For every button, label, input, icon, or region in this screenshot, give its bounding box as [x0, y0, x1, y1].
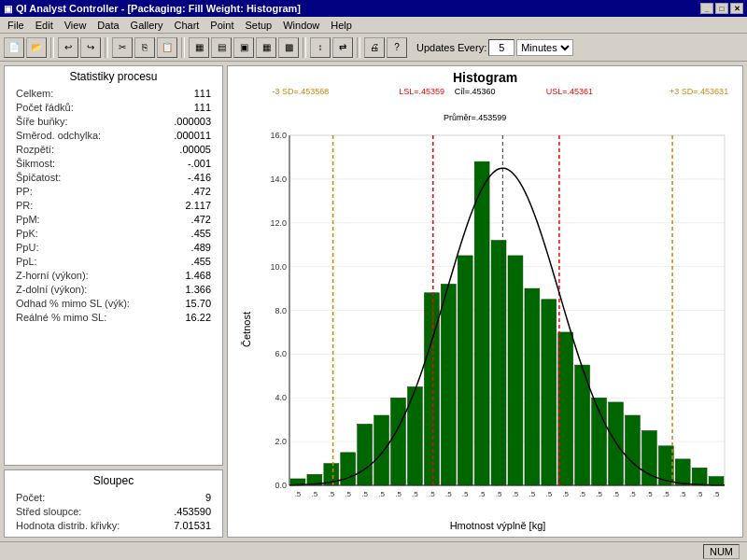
svg-text:16.0: 16.0: [270, 131, 287, 140]
svg-rect-31: [491, 241, 506, 486]
updates-label: Updates Every:: [416, 42, 486, 53]
toolbar-sep5: [357, 37, 360, 58]
toolbar-btn6[interactable]: ▤: [211, 37, 232, 58]
stats-row-label: PP:: [16, 185, 33, 199]
left-panel: Statistiky procesu Celkem:111Počet řádků…: [4, 65, 223, 538]
svg-text:.5: .5: [361, 490, 368, 498]
close-button[interactable]: ✕: [730, 3, 743, 14]
sloupec-title: Sloupec: [8, 474, 218, 487]
stats-row: Počet řádků:111: [8, 101, 218, 115]
svg-rect-38: [609, 402, 624, 485]
svg-text:10.0: 10.0: [270, 262, 287, 272]
menu-window[interactable]: Window: [277, 19, 325, 32]
svg-rect-42: [675, 459, 690, 485]
stats-row-label: Špičatost:: [16, 171, 61, 185]
svg-text:.5: .5: [663, 490, 669, 498]
toolbar-print[interactable]: 🖨: [364, 37, 385, 58]
menu-chart[interactable]: Chart: [168, 19, 204, 32]
menu-gallery[interactable]: Gallery: [125, 19, 169, 32]
stats-row-value: 2.117: [155, 199, 211, 213]
toolbar-btn11[interactable]: ⇄: [332, 37, 353, 58]
sloupec-box: Sloupec Počet:9Střed sloupce:.453590Hodn…: [4, 469, 223, 538]
toolbar-sep1: [50, 37, 54, 58]
menu-edit[interactable]: Edit: [30, 19, 59, 32]
maximize-button[interactable]: □: [715, 3, 728, 14]
stats-row: PR:2.117: [8, 199, 218, 213]
svg-text:8.0: 8.0: [275, 306, 287, 315]
toolbar-copy[interactable]: ⎘: [134, 37, 155, 58]
toolbar-btn5[interactable]: ▦: [189, 37, 209, 58]
svg-text:.5: .5: [596, 490, 602, 498]
menu-point[interactable]: Point: [204, 19, 239, 32]
status-bar: NUM: [0, 541, 747, 560]
stats-row-value: -.001: [155, 157, 211, 171]
cil-label: Cíl=.45360: [455, 87, 496, 96]
stats-row: Šíře buňky:.000003: [8, 115, 218, 129]
toolbar-new[interactable]: 📄: [4, 37, 24, 58]
stats-row-label: Počet řádků:: [16, 101, 74, 115]
stats-row: PpK:.455: [8, 227, 218, 241]
toolbar-btn10[interactable]: ↕: [310, 37, 331, 58]
stats-row: PP:.472: [8, 185, 218, 199]
menu-data[interactable]: Data: [92, 19, 124, 32]
histogram-svg: 0.02.04.06.08.010.012.014.016.0.5.5.5.5.…: [257, 126, 739, 518]
toolbar-sep4: [303, 37, 306, 58]
menu-file[interactable]: File: [2, 19, 30, 32]
pruměr-label: Průměr=.453599: [444, 113, 506, 122]
svg-rect-30: [474, 161, 489, 485]
svg-text:.5: .5: [545, 490, 552, 498]
menu-bar: File Edit View Data Gallery Chart Point …: [0, 17, 747, 34]
toolbar: 📄 📂 ↩ ↪ ✂ ⎘ 📋 ▦ ▤ ▣ ▦ ▩ ↕ ⇄ 🖨 ? Updates …: [0, 34, 747, 62]
usl-label: USL=.45361: [546, 87, 593, 96]
title-bar: ▣ QI Analyst Controller - [Packaging: Fi…: [0, 0, 747, 17]
svg-text:.5: .5: [378, 490, 385, 498]
updates-input[interactable]: [488, 39, 514, 56]
toolbar-open[interactable]: 📂: [26, 37, 47, 58]
svg-text:.5: .5: [513, 490, 519, 498]
svg-text:.5: .5: [412, 490, 418, 498]
x-axis-label: Hmotnost výplně [kg]: [257, 518, 739, 533]
stats-row-label: PpU:: [16, 241, 38, 255]
toolbar-help[interactable]: ?: [387, 37, 407, 58]
y-axis-label-container: Četnost: [236, 126, 257, 533]
main-content: Statistiky procesu Celkem:111Počet řádků…: [0, 62, 747, 541]
toolbar-paste[interactable]: 📋: [157, 37, 177, 58]
menu-help[interactable]: Help: [325, 19, 358, 32]
toolbar-cut[interactable]: ✂: [112, 37, 133, 58]
chart-container: Četnost 0.02.04.06.08.010.012.014.016.0.…: [236, 126, 739, 533]
stats-row-value: 1.468: [155, 269, 211, 283]
stats-row-value: .00005: [155, 143, 211, 157]
stats-row-value: 15.70: [155, 297, 211, 311]
toolbar-undo[interactable]: ↩: [58, 37, 78, 58]
toolbar-btn9[interactable]: ▩: [278, 37, 299, 58]
svg-text:2.0: 2.0: [275, 437, 287, 446]
minimize-button[interactable]: _: [700, 3, 713, 14]
toolbar-btn7[interactable]: ▣: [233, 37, 254, 58]
svg-rect-25: [391, 398, 406, 485]
sloupec-row: Počet:9: [8, 491, 218, 505]
menu-setup[interactable]: Setup: [239, 19, 277, 32]
stats-row-label: Reálné % mimo SL:: [16, 311, 106, 325]
toolbar-redo[interactable]: ↪: [80, 37, 101, 58]
svg-text:.5: .5: [646, 490, 653, 498]
minutes-select[interactable]: Minutes: [516, 39, 573, 56]
stats-row-label: Šíře buňky:: [16, 115, 68, 129]
y-axis-label: Četnost: [241, 312, 252, 347]
stats-row: Šikmost:-.001: [8, 157, 218, 171]
stats-box: Statistiky procesu Celkem:111Počet řádků…: [4, 65, 223, 466]
svg-text:4.0: 4.0: [275, 393, 287, 402]
sloupec-row-value: 9: [155, 491, 211, 505]
stats-row: Z-dolní (výkon):1.366: [8, 283, 218, 297]
sloupec-row-label: Počet:: [16, 491, 45, 505]
menu-view[interactable]: View: [59, 19, 92, 32]
svg-text:.5: .5: [295, 490, 302, 498]
stats-row-label: Rozpětí:: [16, 143, 54, 157]
stats-row-label: PpM:: [16, 213, 40, 227]
sloupec-rows: Počet:9Střed sloupce:.453590Hodnota dist…: [8, 491, 218, 533]
stats-row-value: .472: [155, 213, 211, 227]
svg-rect-39: [625, 415, 640, 485]
toolbar-btn8[interactable]: ▦: [256, 37, 276, 58]
svg-text:.5: .5: [345, 490, 351, 498]
stats-row: Celkem:111: [8, 87, 218, 101]
title-text: QI Analyst Controller - [Packaging: Fill…: [16, 3, 301, 14]
